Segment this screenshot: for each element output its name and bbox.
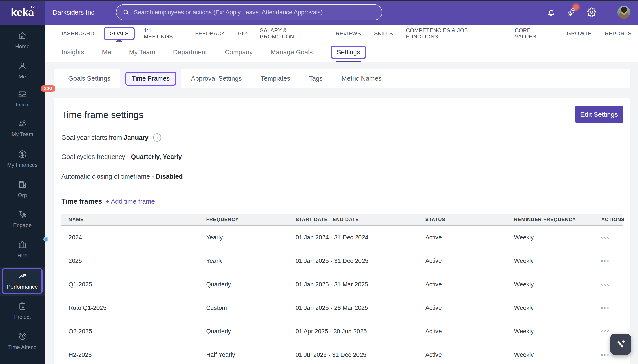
table-row: Q2-2025 Quarterly 01 Apr 2025 - 30 Jun 2… [61, 320, 623, 343]
cell-dates: 01 Jan 2025 - 31 Dec 2025 [288, 258, 418, 264]
active-subnav-underline [336, 60, 361, 62]
cell-name: Q2-2025 [61, 328, 199, 335]
sidebar-item-label: Time Attend [8, 344, 37, 350]
ai-assistant-button[interactable] [610, 334, 631, 355]
subnav-item-company[interactable]: Company [216, 42, 262, 62]
col-header-frequency: FREQUENCY [199, 217, 288, 222]
magic-wand-icon [615, 338, 627, 350]
info-text: Goal year starts from [61, 134, 122, 141]
table-row: 2024 Yearly 01 Jan 2024 - 31 Dec 2024 Ac… [61, 226, 623, 249]
inbox-count-badge: 220 [41, 85, 55, 92]
subnav-item-department[interactable]: Department [164, 42, 216, 62]
row-actions-menu[interactable] [594, 307, 623, 309]
sidebar-item-home[interactable]: Home [0, 31, 45, 50]
sidebar-item-project[interactable]: Project [0, 302, 45, 320]
subnav-item-my-team[interactable]: My Team [120, 42, 164, 62]
nav-tab-label: REPORTS [605, 30, 631, 37]
nav-tab-dashboard[interactable]: DASHBOARD [53, 24, 101, 42]
tab-time-frames[interactable]: Time Frames [120, 69, 182, 88]
cell-name: H2-2025 [61, 352, 199, 358]
tab-goals-settings[interactable]: Goals Settings [59, 69, 120, 88]
info-value: Quarterly, Yearly [131, 153, 182, 160]
annotation-box-goals: GOALS [104, 27, 135, 40]
nav-tab-label: GOALS [110, 30, 129, 36]
keka-logo-spark-icon [30, 5, 35, 10]
user-avatar[interactable] [617, 6, 630, 19]
info-value: Disabled [156, 173, 183, 180]
tab-approval-settings[interactable]: Approval Settings [181, 69, 251, 88]
subnav-item-insights[interactable]: Insights [53, 42, 93, 62]
subnav-item-manage-goals[interactable]: Manage Goals [262, 42, 322, 62]
subnav-item-settings[interactable]: Settings [322, 42, 375, 62]
logo-block[interactable]: keka [0, 0, 45, 24]
briefcase-icon [18, 240, 27, 250]
annotation-box-settings: Settings [331, 46, 366, 59]
info-icon[interactable]: i [153, 134, 161, 142]
row-actions-menu[interactable] [594, 284, 623, 286]
nav-tab-goals[interactable]: GOALS [101, 24, 137, 42]
sidebar-item-engage[interactable]: Engage [0, 210, 45, 228]
cell-name: 2025 [61, 258, 199, 264]
table-row: Roto Q1-2025 Custom 01 Jan 2025 - 28 Mar… [61, 296, 623, 320]
nav-tab-core-values[interactable]: CORE VALUES [508, 24, 560, 42]
sidebar-item-label: Project [14, 314, 31, 320]
table-row: H2-2025 Half Yearly 01 Jul 2025 - 31 Dec… [61, 343, 623, 364]
cell-frequency: Half Yearly [199, 352, 288, 358]
row-actions-menu[interactable] [594, 236, 623, 238]
nav-tab-salary-promotion[interactable]: SALARY & PROMOTION [253, 24, 329, 42]
nav-tab-pip[interactable]: PIP [231, 24, 253, 42]
topbar: Darksiders Inc [45, 0, 638, 24]
tab-templates[interactable]: Templates [251, 69, 300, 88]
add-time-frame-link[interactable]: + Add time frame [106, 198, 155, 205]
sidebar-item-performance[interactable]: Performance [0, 271, 45, 290]
edit-settings-button[interactable]: Edit Settings [575, 106, 623, 123]
cell-name: Roto Q1-2025 [61, 304, 199, 312]
nav-tab-11-meetings[interactable]: 1:1 MEETINGS [137, 24, 189, 42]
search-icon [122, 8, 130, 16]
sidebar-item-me[interactable]: Me [0, 61, 45, 80]
time-frames-heading: Time frames [61, 198, 102, 206]
cell-dates: 01 Jan 2024 - 31 Dec 2024 [288, 234, 418, 241]
settings-button[interactable] [586, 7, 597, 18]
nav-tab-competencies[interactable]: COMPETENCIES & JOB FUNCTIONS [400, 24, 508, 42]
nav-tab-skills[interactable]: SKILLS [368, 24, 400, 42]
nav-tab-reviews[interactable]: REVIEWS [329, 24, 368, 42]
global-search[interactable] [116, 4, 382, 20]
tab-metric-names[interactable]: Metric Names [332, 69, 391, 88]
hire-notification-dot [44, 237, 48, 242]
sidebar-item-label: My Team [12, 131, 33, 138]
sidebar-item-label: Engage [13, 222, 32, 228]
sidebar-item-my-team[interactable]: My Team [0, 119, 45, 138]
sidebar-item-hire[interactable]: Hire [0, 240, 45, 259]
sidebar-item-inbox[interactable]: 220 Inbox [0, 89, 45, 108]
table-row: Q1-2025 Quarterly 01 Jan 2025 - 31 Mar 2… [61, 273, 623, 296]
sidebar-item-my-finances[interactable]: My Finances [0, 149, 45, 168]
search-input[interactable] [134, 9, 376, 16]
cell-reminder: Weekly [507, 328, 594, 335]
nav-tab-feedback[interactable]: FEEDBACK [189, 24, 231, 42]
cell-frequency: Yearly [199, 258, 288, 264]
sidebar-item-time-attend[interactable]: Time Attend [0, 332, 45, 350]
chat-heart-icon [18, 210, 27, 220]
col-header-status: STATUS [418, 217, 507, 222]
tab-tags[interactable]: Tags [300, 69, 332, 88]
row-actions-menu[interactable] [594, 260, 623, 262]
sidebar-item-org[interactable]: Org [0, 180, 45, 198]
trend-up-icon [18, 271, 27, 281]
subnav-item-me[interactable]: Me [93, 42, 120, 62]
whats-new-button[interactable] [566, 7, 576, 18]
subnav-label: Settings [337, 48, 360, 56]
row-actions-menu[interactable] [594, 330, 623, 332]
nav-tab-label: SKILLS [374, 30, 393, 37]
cell-frequency: Custom [199, 304, 288, 312]
cell-status: Active [418, 304, 507, 312]
cell-reminder: Weekly [507, 258, 594, 264]
tab-label: Time Frames [132, 75, 170, 82]
nav-tab-label: 1:1 MEETINGS [144, 27, 182, 40]
nav-tab-growth[interactable]: GROWTH [560, 24, 598, 42]
goal-year-line: Goal year starts from January i [61, 134, 161, 142]
dollar-icon [18, 149, 27, 159]
notifications-button[interactable] [546, 7, 556, 18]
nav-tab-reports[interactable]: REPORTS [598, 24, 638, 42]
tab-label: Tags [309, 75, 323, 82]
